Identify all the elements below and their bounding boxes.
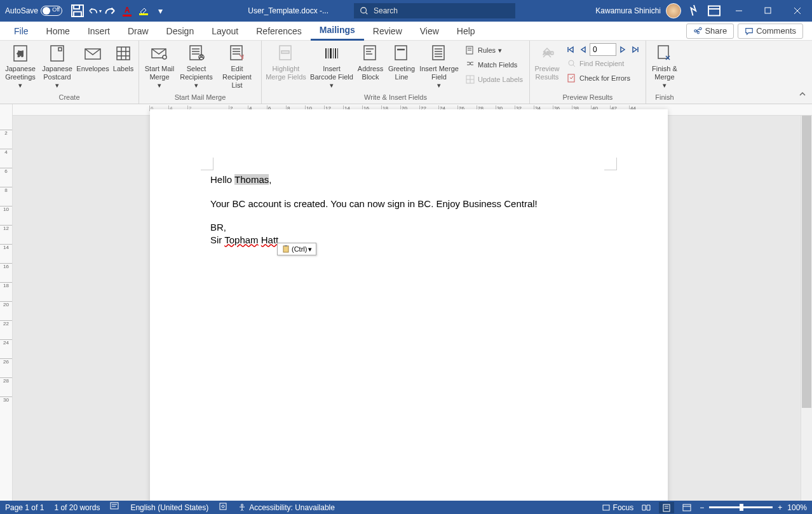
spell-check-icon[interactable] <box>110 502 120 513</box>
japanese-greetings-button[interactable]: 例Japanese Greetings ▾ <box>3 42 38 91</box>
svg-text:例: 例 <box>17 50 24 57</box>
svg-rect-41 <box>603 505 609 510</box>
tab-references[interactable]: References <box>247 22 311 41</box>
japanese-postcard-button[interactable]: Japanese Postcard ▾ <box>39 42 75 91</box>
comments-label: Comments <box>756 26 796 36</box>
svg-rect-5 <box>765 8 771 13</box>
first-record-button[interactable] <box>564 43 577 56</box>
group-finish-label: Finish <box>649 92 680 104</box>
envelopes-button[interactable]: Envelopes <box>76 42 109 74</box>
select-recipients-button[interactable]: Select Recipients ▾ <box>179 42 214 91</box>
prev-record-button[interactable] <box>577 43 590 56</box>
focus-mode-button[interactable]: Focus <box>602 503 634 512</box>
word-count[interactable]: 1 of 20 words <box>54 503 100 512</box>
minimize-button[interactable] <box>724 0 754 22</box>
focus-icon <box>602 503 611 512</box>
paste-options-button[interactable]: (Ctrl)▾ <box>277 243 316 255</box>
zoom-level[interactable]: 100% <box>787 503 807 512</box>
maximize-button[interactable] <box>754 0 783 22</box>
share-icon <box>693 27 702 36</box>
svg-rect-33 <box>568 74 574 82</box>
user-avatar[interactable] <box>666 3 681 18</box>
greeting-line-button[interactable]: Greeting Line <box>386 42 417 83</box>
svg-rect-28 <box>433 46 444 60</box>
tab-view[interactable]: View <box>411 22 448 41</box>
svg-rect-21 <box>328 48 328 58</box>
macro-icon[interactable] <box>219 502 227 513</box>
tab-design[interactable]: Design <box>158 22 203 41</box>
tab-review[interactable]: Review <box>364 22 411 41</box>
svg-rect-11 <box>117 47 130 60</box>
start-mail-merge-button[interactable]: Start Mail Merge ▾ <box>142 42 177 91</box>
search-placeholder: Search <box>374 6 398 15</box>
group-create-label: Create <box>3 92 136 104</box>
chevron-down-icon: ▾ <box>308 245 312 254</box>
svg-point-3 <box>361 8 367 13</box>
highlight-icon[interactable] <box>136 3 151 18</box>
redo-icon[interactable] <box>103 3 118 18</box>
share-label: Share <box>705 26 727 36</box>
vertical-scrollbar[interactable] <box>801 116 812 501</box>
svg-rect-23 <box>333 48 334 58</box>
web-layout-button[interactable] <box>679 502 694 513</box>
share-button[interactable]: Share <box>686 24 734 39</box>
last-record-button[interactable] <box>629 43 642 56</box>
autosave-toggle[interactable] <box>41 6 62 16</box>
update-labels-button: Update Labels <box>463 72 525 86</box>
print-layout-button[interactable] <box>659 502 674 513</box>
tab-mailings[interactable]: Mailings <box>311 22 364 41</box>
zoom-out-button[interactable]: − <box>700 503 704 512</box>
zoom-in-button[interactable]: + <box>778 503 782 512</box>
svg-rect-25 <box>337 48 338 58</box>
edit-recipient-list-button[interactable]: Edit Recipient List <box>215 42 259 91</box>
tab-file[interactable]: File <box>5 22 37 41</box>
svg-rect-37 <box>111 503 118 509</box>
insert-merge-field-button[interactable]: Insert Merge Field ▾ <box>418 42 460 91</box>
comments-button[interactable]: Comments <box>738 24 803 39</box>
ribbon-display-icon[interactable] <box>707 3 722 18</box>
page-count[interactable]: Page 1 of 1 <box>5 503 44 512</box>
vertical-ruler: 24681012141618202224262830 <box>0 104 13 501</box>
tab-home[interactable]: Home <box>37 22 79 41</box>
tab-draw[interactable]: Draw <box>119 22 158 41</box>
group-write-label: Write & Insert Fields <box>264 92 527 104</box>
address-block-button[interactable]: Address Block <box>356 42 385 83</box>
autosave-control[interactable]: AutoSave <box>0 6 67 16</box>
coming-soon-icon[interactable] <box>686 3 701 18</box>
username-label[interactable]: Kawamura Shinichi <box>595 6 661 15</box>
autosave-label: AutoSave <box>5 6 38 15</box>
save-icon[interactable] <box>70 3 85 18</box>
scrollbar-thumb[interactable] <box>802 116 811 408</box>
comments-icon <box>745 27 754 36</box>
check-errors-button[interactable]: Check for Errors <box>564 71 642 85</box>
undo-icon[interactable]: ▾ <box>86 3 102 18</box>
finish-merge-button[interactable]: Finish & Merge ▾ <box>649 42 680 91</box>
accessibility-icon <box>238 503 247 512</box>
tab-insert[interactable]: Insert <box>79 22 119 41</box>
document-page[interactable]: Hello Thomas, Your BC account is created… <box>150 109 668 501</box>
insert-barcode-button[interactable]: Insert Barcode Field ▾ <box>309 42 355 91</box>
search-input[interactable]: Search <box>354 3 515 18</box>
language-status[interactable]: English (United States) <box>130 503 208 512</box>
svg-rect-22 <box>330 48 332 58</box>
svg-rect-1 <box>74 5 79 9</box>
font-color-icon[interactable]: A <box>119 3 135 18</box>
match-fields-button[interactable]: Match Fields <box>463 58 525 72</box>
close-button[interactable] <box>783 0 812 22</box>
read-mode-button[interactable] <box>639 502 654 513</box>
rules-button[interactable]: Rules ▾ <box>463 43 525 57</box>
document-body[interactable]: Hello Thomas, Your BC account is created… <box>210 173 538 246</box>
tab-layout[interactable]: Layout <box>203 22 247 41</box>
accessibility-status[interactable]: Accessibility: Unavailable <box>238 503 335 512</box>
record-number-input[interactable] <box>590 43 616 56</box>
collapse-ribbon-icon[interactable] <box>798 90 807 101</box>
selected-text: Thomas <box>234 174 269 185</box>
labels-button[interactable]: Labels <box>111 42 136 74</box>
qat-customize-icon[interactable]: ▾ <box>152 3 168 18</box>
group-preview-label: Preview Results <box>532 92 643 104</box>
group-start-label: Start Mail Merge <box>142 92 259 104</box>
svg-rect-27 <box>395 46 407 60</box>
tab-help[interactable]: Help <box>448 22 484 41</box>
next-record-button[interactable] <box>616 43 629 56</box>
zoom-slider[interactable] <box>709 506 773 508</box>
